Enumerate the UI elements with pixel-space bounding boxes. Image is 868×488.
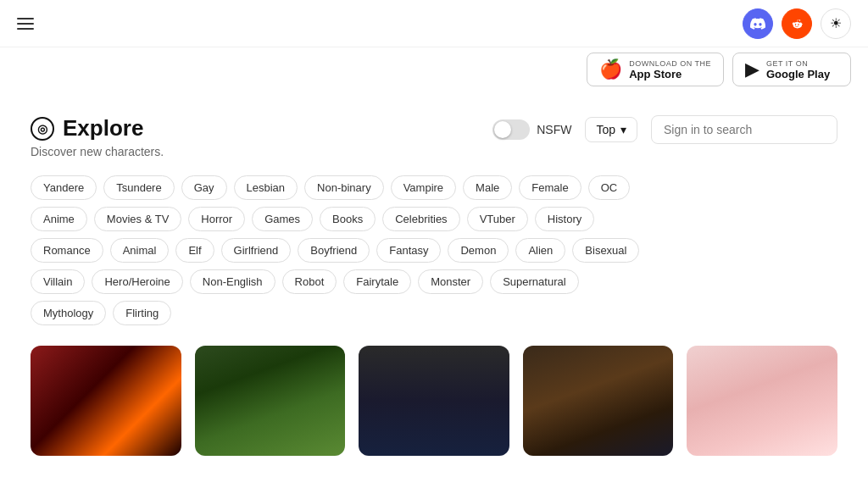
tags-row-1: YandereTsundereGayLesbianNon-binaryVampi… (31, 175, 837, 200)
tag-animal[interactable]: Animal (110, 238, 170, 263)
tag-robot[interactable]: Robot (282, 269, 337, 294)
nsfw-toggle-area: NSFW (492, 119, 571, 140)
theme-toggle-button[interactable]: ☀ (821, 8, 851, 39)
top-label: Top (596, 123, 615, 136)
tag-history[interactable]: History (535, 207, 594, 231)
explore-title-text: Explore (63, 115, 143, 141)
tag-non-english[interactable]: Non-English (190, 269, 275, 294)
tag-anime[interactable]: Anime (31, 207, 87, 231)
search-input[interactable] (651, 115, 837, 144)
tag-gay[interactable]: Gay (181, 175, 227, 200)
tag-movies---tv[interactable]: Movies & TV (94, 207, 181, 231)
explore-header: ◎ Explore Discover new characters. NSFW … (31, 115, 837, 158)
tag-fairytale[interactable]: Fairytale (343, 269, 411, 294)
main-content: ◎ Explore Discover new characters. NSFW … (0, 92, 868, 456)
character-card-4[interactable] (523, 346, 674, 456)
apple-icon: 🍎 (599, 58, 622, 80)
tag-villain[interactable]: Villain (31, 269, 85, 294)
tag-non-binary[interactable]: Non-binary (304, 175, 384, 200)
tags-row-5: MythologyFlirting (31, 301, 837, 325)
tag-elf[interactable]: Elf (175, 238, 214, 263)
top-nav: ☀ (0, 0, 868, 47)
tag-books[interactable]: Books (320, 207, 376, 231)
google-play-badge[interactable]: ▶ GET IT ON Google Play (732, 53, 851, 86)
tag-flirting[interactable]: Flirting (113, 301, 171, 325)
google-play-small: GET IT ON (766, 59, 830, 68)
nsfw-label: NSFW (537, 123, 571, 136)
store-bar: 🍎 Download on the App Store ▶ GET IT ON … (0, 47, 868, 92)
nsfw-toggle-switch[interactable] (492, 119, 530, 140)
app-store-small: Download on the (629, 59, 711, 68)
cards-grid (31, 346, 837, 456)
character-card-3[interactable] (359, 346, 509, 456)
google-play-name: Google Play (766, 68, 830, 80)
tag-celebrities[interactable]: Celebrities (382, 207, 459, 231)
tag-horror[interactable]: Horror (188, 207, 245, 231)
app-store-badge[interactable]: 🍎 Download on the App Store (587, 53, 724, 86)
hamburger-menu[interactable] (17, 18, 34, 30)
tag-oc[interactable]: OC (588, 175, 631, 200)
tag-fantasy[interactable]: Fantasy (376, 238, 441, 263)
discord-button[interactable] (743, 8, 773, 39)
tags-row-4: VillainHero/HeroineNon-EnglishRobotFairy… (31, 269, 837, 294)
nav-right: ☀ (743, 8, 851, 39)
character-card-1[interactable] (31, 346, 181, 456)
character-card-2[interactable] (195, 346, 346, 456)
tag-supernatural[interactable]: Supernatural (490, 269, 578, 294)
tag-male[interactable]: Male (463, 175, 512, 200)
tags-row-2: AnimeMovies & TVHorrorGamesBooksCelebrit… (31, 207, 837, 231)
tags-row-3: RomanceAnimalElfGirlfriendBoyfriendFanta… (31, 238, 837, 263)
tag-female[interactable]: Female (519, 175, 581, 200)
tag-alien[interactable]: Alien (515, 238, 565, 263)
tag-hero-heroine[interactable]: Hero/Heroine (92, 269, 182, 294)
tag-romance[interactable]: Romance (31, 238, 103, 263)
google-play-icon: ▶ (745, 58, 760, 80)
tag-demon[interactable]: Demon (448, 238, 509, 263)
tag-girlfriend[interactable]: Girlfriend (221, 238, 292, 263)
reddit-button[interactable] (782, 8, 812, 39)
explore-icon: ◎ (31, 117, 54, 141)
explore-title-area: ◎ Explore Discover new characters. (31, 115, 164, 158)
tag-tsundere[interactable]: Tsundere (103, 175, 174, 200)
explore-controls: NSFW Top ▾ (492, 115, 837, 144)
tag-mythology[interactable]: Mythology (31, 301, 106, 325)
tag-monster[interactable]: Monster (418, 269, 483, 294)
character-card-5[interactable] (687, 346, 837, 456)
app-store-name: App Store (629, 68, 711, 80)
tag-boyfriend[interactable]: Boyfriend (298, 238, 370, 263)
tag-games[interactable]: Games (252, 207, 313, 231)
tag-bisexual[interactable]: Bisexual (572, 238, 639, 263)
explore-title: ◎ Explore (31, 115, 164, 141)
nav-left (17, 18, 34, 30)
top-dropdown[interactable]: Top ▾ (585, 117, 637, 142)
tag-yandere[interactable]: Yandere (31, 175, 97, 200)
explore-subtitle: Discover new characters. (31, 145, 164, 158)
tag-lesbian[interactable]: Lesbian (234, 175, 298, 200)
tags-section: YandereTsundereGayLesbianNon-binaryVampi… (31, 175, 837, 325)
chevron-down-icon: ▾ (620, 123, 626, 136)
tag-vampire[interactable]: Vampire (391, 175, 456, 200)
tag-vtuber[interactable]: VTuber (467, 207, 528, 231)
